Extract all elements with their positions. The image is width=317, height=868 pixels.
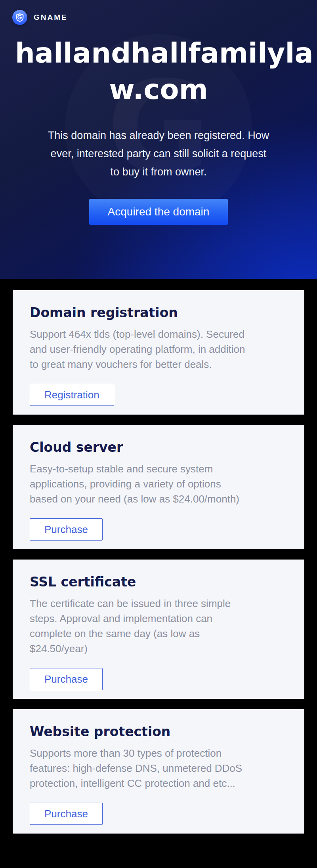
card-description: The certificate can be issued in three s… — [30, 596, 288, 656]
text-line: based on your need (as low as $24.00/mon… — [30, 491, 288, 506]
domain-title: hallandhallfamilylaw.com — [0, 35, 317, 108]
text-line: Easy-to-setup stable and secure system — [30, 461, 288, 476]
gname-logo-icon[interactable] — [12, 10, 27, 25]
card-action-button[interactable]: Purchase — [30, 668, 103, 690]
text-line: complete on the same day (as low as — [30, 626, 288, 641]
text-line: Support 464x tlds (top-level domains). S… — [30, 327, 288, 342]
card-action-button[interactable]: Registration — [30, 384, 114, 406]
text-line: ever, interested party can still solicit… — [12, 145, 305, 163]
text-line: steps. Approval and implementation can — [30, 611, 288, 626]
text-line: and user-friendly operating platform, in… — [30, 342, 288, 357]
text-line: protection, intelligent CC protection an… — [30, 776, 288, 791]
text-line: features: high-defense DNS, unmetered DD… — [30, 761, 288, 776]
text-line: w.com — [15, 71, 302, 108]
text-line: to great many vouchers for better deals. — [30, 357, 288, 372]
text-line: to buy it from owner. — [12, 163, 305, 181]
card-title: Cloud server — [30, 440, 288, 455]
card-action-button[interactable]: Purchase — [30, 803, 103, 825]
text-line: $24.50/year) — [30, 641, 288, 656]
brand-header: GNAME — [0, 0, 317, 25]
card-title: Domain registration — [30, 305, 288, 321]
brand-name: GNAME — [34, 13, 68, 22]
text-line: This domain has already been registered.… — [12, 126, 305, 145]
acquire-domain-button[interactable]: Acquired the domain — [89, 199, 228, 225]
service-card: Website protection Supports more than 30… — [13, 709, 304, 834]
registered-notice: This domain has already been registered.… — [0, 126, 317, 181]
card-description: Support 464x tlds (top-level domains). S… — [30, 327, 288, 372]
card-title: SSL certificate — [30, 574, 288, 590]
service-cards-section: Domain registration Support 464x tlds (t… — [0, 279, 317, 868]
text-line: applications, providing a variety of opt… — [30, 476, 288, 491]
card-description: Supports more than 30 types of protectio… — [30, 746, 288, 791]
hero-section: G GNAME hallandhallfamilylaw.com This do… — [0, 0, 317, 279]
card-description: Easy-to-setup stable and secure systemap… — [30, 461, 288, 506]
service-card: SSL certificate The certificate can be i… — [13, 560, 304, 699]
service-card: Domain registration Support 464x tlds (t… — [13, 290, 304, 415]
card-title: Website protection — [30, 724, 288, 740]
text-line: The certificate can be issued in three s… — [30, 596, 288, 611]
text-line: hallandhallfamilyla — [15, 35, 302, 71]
text-line: Supports more than 30 types of protectio… — [30, 746, 288, 761]
service-card: Cloud server Easy-to-setup stable and se… — [13, 425, 304, 549]
card-action-button[interactable]: Purchase — [30, 518, 103, 541]
